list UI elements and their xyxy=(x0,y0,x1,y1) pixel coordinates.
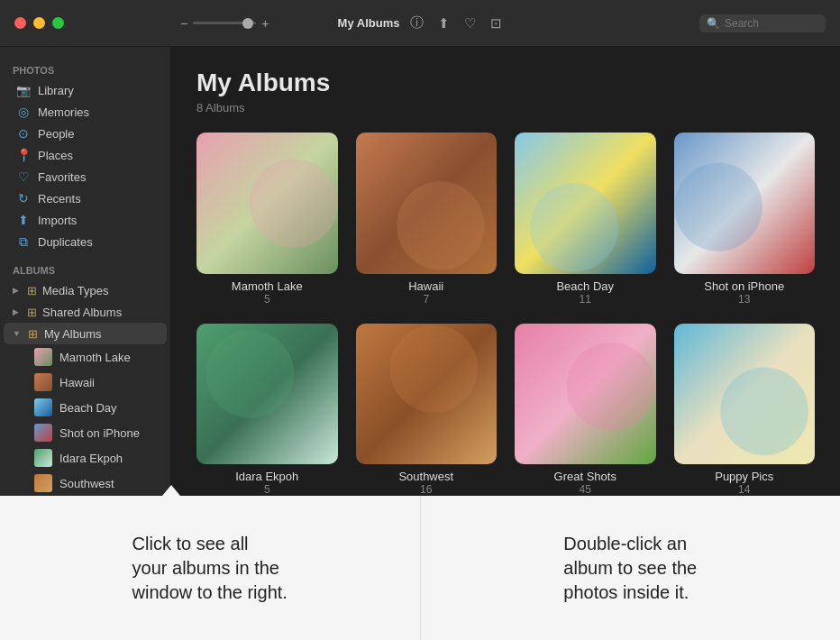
fullscreen-button[interactable] xyxy=(52,17,64,29)
album-thumbnail-great-shots xyxy=(515,324,656,465)
album-name-mamoth-lake: Mamoth Lake xyxy=(196,279,338,293)
memories-icon: ◎ xyxy=(16,105,31,119)
minimize-button[interactable] xyxy=(33,17,45,29)
album-card-puppy-pics[interactable]: Puppy Pics14 xyxy=(674,324,816,497)
sidebar-item-label-southwest: Southwest xyxy=(59,477,114,490)
sidebar-item-people[interactable]: ⊙ People xyxy=(4,123,167,144)
album-thumbnail-hawaii xyxy=(356,133,498,274)
sidebar-item-favorites[interactable]: ♡ Favorites xyxy=(4,166,167,187)
crop-icon[interactable]: ⊡ xyxy=(490,15,502,32)
sidebar-item-places[interactable]: 📍 Places xyxy=(4,144,167,166)
zoom-slider-container: − + xyxy=(180,16,269,31)
chevron-right-icon: ▶ xyxy=(13,286,19,295)
sidebar-item-label-hawaii: Hawaii xyxy=(59,376,95,389)
titlebar: − + My Albums ⓘ ⬆ ♡ ⊡ 🔍 xyxy=(0,0,840,47)
album-count-mamoth-lake: 5 xyxy=(196,293,338,306)
info-icon[interactable]: ⓘ xyxy=(410,14,424,32)
album-card-hawaii[interactable]: Hawaii7 xyxy=(356,133,498,306)
album-name-great-shots: Great Shots xyxy=(515,470,656,483)
album-name-hawaii: Hawaii xyxy=(356,279,498,293)
tooltip-arrow-left xyxy=(162,485,180,496)
titlebar-icons: ⓘ ⬆ ♡ ⊡ xyxy=(410,14,502,32)
library-icon: 📷 xyxy=(16,83,31,97)
main-layout: Photos 📷 Library ◎ Memories ⊙ People 📍 P… xyxy=(0,47,840,496)
tooltip-area: Click to see allyour albums in thewindow… xyxy=(0,496,840,640)
heart-icon[interactable]: ♡ xyxy=(464,15,476,32)
sidebar-item-beach-day[interactable]: Beach Day xyxy=(4,395,167,420)
album-card-mamoth-lake[interactable]: Mamoth Lake5 xyxy=(196,133,338,306)
page-title: My Albums xyxy=(196,69,815,97)
album-thumbnail-idara-ekpoh xyxy=(196,324,338,465)
sidebar-item-label-people: People xyxy=(38,127,74,141)
album-count-beach-day: 11 xyxy=(515,293,656,306)
titlebar-center: My Albums ⓘ ⬆ ♡ ⊡ xyxy=(338,14,503,32)
sidebar-item-label-duplicates: Duplicates xyxy=(38,235,93,249)
imports-icon: ⬆ xyxy=(16,213,31,227)
sidebar-group-shared-albums[interactable]: ▶ ⊞ Shared Albums xyxy=(4,301,167,323)
recents-icon: ↻ xyxy=(16,191,31,206)
album-thumbnail-shot-on-iphone xyxy=(674,133,816,274)
sidebar-item-mamoth-lake[interactable]: Mamoth Lake xyxy=(4,344,167,370)
search-icon: 🔍 xyxy=(707,17,720,30)
sidebar-item-recents[interactable]: ↻ Recents xyxy=(4,187,167,209)
album-card-southwest[interactable]: Southwest16 xyxy=(356,324,498,497)
sidebar-item-hawaii[interactable]: Hawaii xyxy=(4,370,167,395)
close-button[interactable] xyxy=(14,17,26,29)
zoom-slider-thumb[interactable] xyxy=(242,18,253,29)
tooltip-left-text: Click to see allyour albums in thewindow… xyxy=(132,532,288,605)
sidebar-item-imports[interactable]: ⬆ Imports xyxy=(4,209,167,231)
album-card-shot-on-iphone[interactable]: Shot on iPhone13 xyxy=(674,133,816,306)
sidebar-item-label-library: Library xyxy=(38,84,74,97)
search-box[interactable]: 🔍 xyxy=(699,14,826,32)
thumbnail-hawaii xyxy=(34,373,52,391)
sidebar-item-idara-ekpoh[interactable]: Idara Ekpoh xyxy=(4,445,167,471)
sidebar-item-duplicates[interactable]: ⧉ Duplicates xyxy=(4,231,167,252)
sidebar-item-label-memories: Memories xyxy=(38,105,89,119)
people-icon: ⊙ xyxy=(16,126,31,141)
album-count-puppy-pics: 14 xyxy=(674,483,816,496)
thumbnail-beach-day xyxy=(34,398,52,416)
sidebar-group-my-albums[interactable]: ▼ ⊞ My Albums xyxy=(4,323,167,344)
album-card-great-shots[interactable]: Great Shots45 xyxy=(515,324,656,497)
sidebar-item-label-beach: Beach Day xyxy=(59,401,117,415)
albums-section-label: Albums xyxy=(0,265,170,276)
tooltip-left: Click to see allyour albums in thewindow… xyxy=(0,496,421,640)
zoom-minus[interactable]: − xyxy=(180,16,187,31)
search-input[interactable] xyxy=(725,17,818,30)
album-thumbnail-mamoth-lake xyxy=(196,133,338,274)
content-area: My Albums 8 Albums Mamoth Lake5Hawaii7Be… xyxy=(171,47,840,496)
sidebar-item-shot-on-iphone[interactable]: Shot on iPhone xyxy=(4,420,167,445)
sidebar-item-southwest[interactable]: Southwest xyxy=(4,471,167,496)
sidebar-item-library[interactable]: 📷 Library xyxy=(4,79,167,101)
thumbnail-mamoth-lake xyxy=(34,348,52,366)
sidebar-group-media-types[interactable]: ▶ ⊞ Media Types xyxy=(4,279,167,301)
favorites-icon: ♡ xyxy=(16,169,31,184)
album-name-idara-ekpoh: Idara Ekpoh xyxy=(196,470,338,483)
album-count-idara-ekpoh: 5 xyxy=(196,483,338,496)
titlebar-title: My Albums xyxy=(338,16,400,30)
thumbnail-idara xyxy=(34,449,52,467)
album-count-shot-on-iphone: 13 xyxy=(674,293,816,306)
page-subtitle: 8 Albums xyxy=(196,101,815,114)
album-count-hawaii: 7 xyxy=(356,293,498,306)
duplicates-icon: ⧉ xyxy=(16,234,31,249)
folder-icon-media: ⊞ xyxy=(24,283,39,297)
sidebar-item-label-recents: Recents xyxy=(38,192,81,206)
sidebar: Photos 📷 Library ◎ Memories ⊙ People 📍 P… xyxy=(0,47,171,496)
share-icon[interactable]: ⬆ xyxy=(438,15,450,32)
chevron-down-icon: ▼ xyxy=(13,329,21,338)
traffic-lights xyxy=(14,17,64,29)
album-card-beach-day[interactable]: Beach Day11 xyxy=(515,133,656,306)
album-card-idara-ekpoh[interactable]: Idara Ekpoh5 xyxy=(196,324,338,497)
tooltip-right: Double-click analbum to see thephotos in… xyxy=(421,496,841,640)
album-name-puppy-pics: Puppy Pics xyxy=(674,470,816,483)
sidebar-item-label-favorites: Favorites xyxy=(38,170,86,184)
album-thumbnail-beach-day xyxy=(515,133,656,274)
zoom-slider-track[interactable] xyxy=(193,22,256,24)
sidebar-item-memories[interactable]: ◎ Memories xyxy=(4,101,167,123)
sidebar-item-label-shot: Shot on iPhone xyxy=(59,426,140,440)
thumbnail-shot-on-iphone xyxy=(34,424,52,442)
zoom-plus[interactable]: + xyxy=(261,16,269,31)
sidebar-item-label-idara: Idara Ekpoh xyxy=(59,452,123,465)
album-count-southwest: 16 xyxy=(356,483,498,496)
